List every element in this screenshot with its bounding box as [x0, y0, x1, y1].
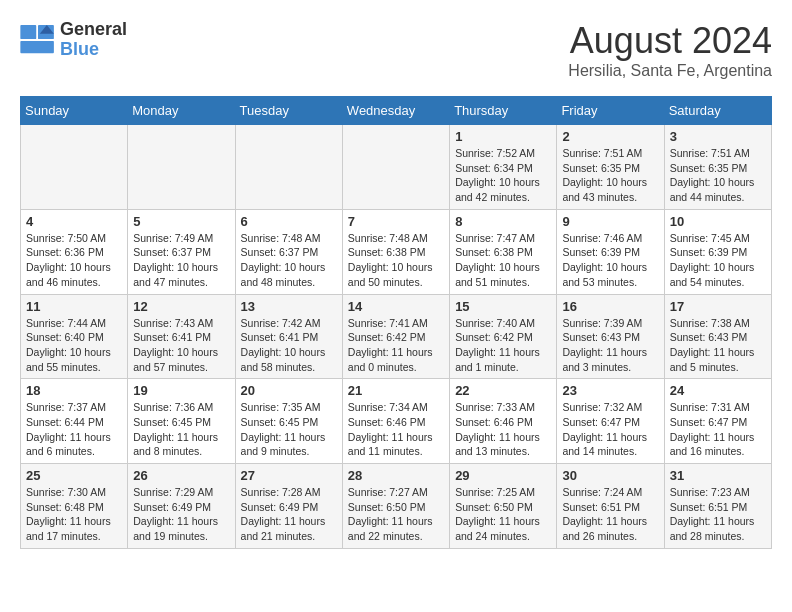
- calendar-cell: 25Sunrise: 7:30 AM Sunset: 6:48 PM Dayli…: [21, 464, 128, 549]
- day-info: Sunrise: 7:24 AM Sunset: 6:51 PM Dayligh…: [562, 485, 658, 544]
- calendar-cell: 15Sunrise: 7:40 AM Sunset: 6:42 PM Dayli…: [450, 294, 557, 379]
- day-number: 6: [241, 214, 337, 229]
- day-number: 14: [348, 299, 444, 314]
- calendar-cell: 19Sunrise: 7:36 AM Sunset: 6:45 PM Dayli…: [128, 379, 235, 464]
- day-info: Sunrise: 7:32 AM Sunset: 6:47 PM Dayligh…: [562, 400, 658, 459]
- day-number: 3: [670, 129, 766, 144]
- calendar-cell: 16Sunrise: 7:39 AM Sunset: 6:43 PM Dayli…: [557, 294, 664, 379]
- day-number: 20: [241, 383, 337, 398]
- day-number: 26: [133, 468, 229, 483]
- day-info: Sunrise: 7:47 AM Sunset: 6:38 PM Dayligh…: [455, 231, 551, 290]
- day-number: 21: [348, 383, 444, 398]
- day-info: Sunrise: 7:34 AM Sunset: 6:46 PM Dayligh…: [348, 400, 444, 459]
- day-info: Sunrise: 7:40 AM Sunset: 6:42 PM Dayligh…: [455, 316, 551, 375]
- calendar-cell: 8Sunrise: 7:47 AM Sunset: 6:38 PM Daylig…: [450, 209, 557, 294]
- day-number: 1: [455, 129, 551, 144]
- calendar-cell: 6Sunrise: 7:48 AM Sunset: 6:37 PM Daylig…: [235, 209, 342, 294]
- calendar-week-3: 11Sunrise: 7:44 AM Sunset: 6:40 PM Dayli…: [21, 294, 772, 379]
- day-number: 13: [241, 299, 337, 314]
- logo: General Blue: [20, 20, 127, 60]
- day-number: 23: [562, 383, 658, 398]
- day-number: 27: [241, 468, 337, 483]
- calendar-week-4: 18Sunrise: 7:37 AM Sunset: 6:44 PM Dayli…: [21, 379, 772, 464]
- calendar-cell: 13Sunrise: 7:42 AM Sunset: 6:41 PM Dayli…: [235, 294, 342, 379]
- calendar-cell: 20Sunrise: 7:35 AM Sunset: 6:45 PM Dayli…: [235, 379, 342, 464]
- calendar-week-1: 1Sunrise: 7:52 AM Sunset: 6:34 PM Daylig…: [21, 125, 772, 210]
- day-number: 19: [133, 383, 229, 398]
- calendar-cell: 7Sunrise: 7:48 AM Sunset: 6:38 PM Daylig…: [342, 209, 449, 294]
- day-number: 9: [562, 214, 658, 229]
- calendar-cell: 26Sunrise: 7:29 AM Sunset: 6:49 PM Dayli…: [128, 464, 235, 549]
- calendar-table: Sunday Monday Tuesday Wednesday Thursday…: [20, 96, 772, 549]
- page-header: General Blue August 2024 Hersilia, Santa…: [20, 20, 772, 80]
- svg-rect-2: [20, 41, 54, 53]
- day-number: 2: [562, 129, 658, 144]
- calendar-cell: 23Sunrise: 7:32 AM Sunset: 6:47 PM Dayli…: [557, 379, 664, 464]
- calendar-cell: 29Sunrise: 7:25 AM Sunset: 6:50 PM Dayli…: [450, 464, 557, 549]
- svg-rect-0: [20, 25, 36, 39]
- day-info: Sunrise: 7:37 AM Sunset: 6:44 PM Dayligh…: [26, 400, 122, 459]
- calendar-cell: 4Sunrise: 7:50 AM Sunset: 6:36 PM Daylig…: [21, 209, 128, 294]
- calendar-cell: 3Sunrise: 7:51 AM Sunset: 6:35 PM Daylig…: [664, 125, 771, 210]
- calendar-cell: 10Sunrise: 7:45 AM Sunset: 6:39 PM Dayli…: [664, 209, 771, 294]
- title-block: August 2024 Hersilia, Santa Fe, Argentin…: [568, 20, 772, 80]
- logo-text: General Blue: [60, 20, 127, 60]
- calendar-cell: 11Sunrise: 7:44 AM Sunset: 6:40 PM Dayli…: [21, 294, 128, 379]
- header-thursday: Thursday: [450, 97, 557, 125]
- day-info: Sunrise: 7:51 AM Sunset: 6:35 PM Dayligh…: [670, 146, 766, 205]
- day-info: Sunrise: 7:50 AM Sunset: 6:36 PM Dayligh…: [26, 231, 122, 290]
- day-info: Sunrise: 7:25 AM Sunset: 6:50 PM Dayligh…: [455, 485, 551, 544]
- day-number: 11: [26, 299, 122, 314]
- day-number: 15: [455, 299, 551, 314]
- day-info: Sunrise: 7:41 AM Sunset: 6:42 PM Dayligh…: [348, 316, 444, 375]
- header-sunday: Sunday: [21, 97, 128, 125]
- calendar-cell: 17Sunrise: 7:38 AM Sunset: 6:43 PM Dayli…: [664, 294, 771, 379]
- day-number: 29: [455, 468, 551, 483]
- calendar-cell: [128, 125, 235, 210]
- header-friday: Friday: [557, 97, 664, 125]
- calendar-cell: [342, 125, 449, 210]
- day-info: Sunrise: 7:36 AM Sunset: 6:45 PM Dayligh…: [133, 400, 229, 459]
- day-info: Sunrise: 7:39 AM Sunset: 6:43 PM Dayligh…: [562, 316, 658, 375]
- logo-icon: [20, 25, 56, 55]
- day-number: 12: [133, 299, 229, 314]
- day-info: Sunrise: 7:48 AM Sunset: 6:37 PM Dayligh…: [241, 231, 337, 290]
- day-info: Sunrise: 7:27 AM Sunset: 6:50 PM Dayligh…: [348, 485, 444, 544]
- day-info: Sunrise: 7:28 AM Sunset: 6:49 PM Dayligh…: [241, 485, 337, 544]
- day-number: 5: [133, 214, 229, 229]
- day-info: Sunrise: 7:46 AM Sunset: 6:39 PM Dayligh…: [562, 231, 658, 290]
- header-tuesday: Tuesday: [235, 97, 342, 125]
- calendar-cell: 30Sunrise: 7:24 AM Sunset: 6:51 PM Dayli…: [557, 464, 664, 549]
- calendar-cell: 21Sunrise: 7:34 AM Sunset: 6:46 PM Dayli…: [342, 379, 449, 464]
- day-info: Sunrise: 7:30 AM Sunset: 6:48 PM Dayligh…: [26, 485, 122, 544]
- day-number: 22: [455, 383, 551, 398]
- day-number: 31: [670, 468, 766, 483]
- day-number: 16: [562, 299, 658, 314]
- calendar-cell: 5Sunrise: 7:49 AM Sunset: 6:37 PM Daylig…: [128, 209, 235, 294]
- day-info: Sunrise: 7:45 AM Sunset: 6:39 PM Dayligh…: [670, 231, 766, 290]
- calendar-header-row: Sunday Monday Tuesday Wednesday Thursday…: [21, 97, 772, 125]
- calendar-cell: 31Sunrise: 7:23 AM Sunset: 6:51 PM Dayli…: [664, 464, 771, 549]
- calendar-week-2: 4Sunrise: 7:50 AM Sunset: 6:36 PM Daylig…: [21, 209, 772, 294]
- calendar-cell: 27Sunrise: 7:28 AM Sunset: 6:49 PM Dayli…: [235, 464, 342, 549]
- header-saturday: Saturday: [664, 97, 771, 125]
- header-wednesday: Wednesday: [342, 97, 449, 125]
- day-info: Sunrise: 7:51 AM Sunset: 6:35 PM Dayligh…: [562, 146, 658, 205]
- calendar-cell: 18Sunrise: 7:37 AM Sunset: 6:44 PM Dayli…: [21, 379, 128, 464]
- day-info: Sunrise: 7:29 AM Sunset: 6:49 PM Dayligh…: [133, 485, 229, 544]
- calendar-cell: [21, 125, 128, 210]
- calendar-cell: 22Sunrise: 7:33 AM Sunset: 6:46 PM Dayli…: [450, 379, 557, 464]
- day-number: 28: [348, 468, 444, 483]
- day-number: 17: [670, 299, 766, 314]
- calendar-cell: [235, 125, 342, 210]
- day-info: Sunrise: 7:52 AM Sunset: 6:34 PM Dayligh…: [455, 146, 551, 205]
- header-monday: Monday: [128, 97, 235, 125]
- day-info: Sunrise: 7:23 AM Sunset: 6:51 PM Dayligh…: [670, 485, 766, 544]
- day-number: 30: [562, 468, 658, 483]
- calendar-cell: 14Sunrise: 7:41 AM Sunset: 6:42 PM Dayli…: [342, 294, 449, 379]
- subtitle: Hersilia, Santa Fe, Argentina: [568, 62, 772, 80]
- day-number: 24: [670, 383, 766, 398]
- day-info: Sunrise: 7:33 AM Sunset: 6:46 PM Dayligh…: [455, 400, 551, 459]
- day-info: Sunrise: 7:38 AM Sunset: 6:43 PM Dayligh…: [670, 316, 766, 375]
- calendar-cell: 1Sunrise: 7:52 AM Sunset: 6:34 PM Daylig…: [450, 125, 557, 210]
